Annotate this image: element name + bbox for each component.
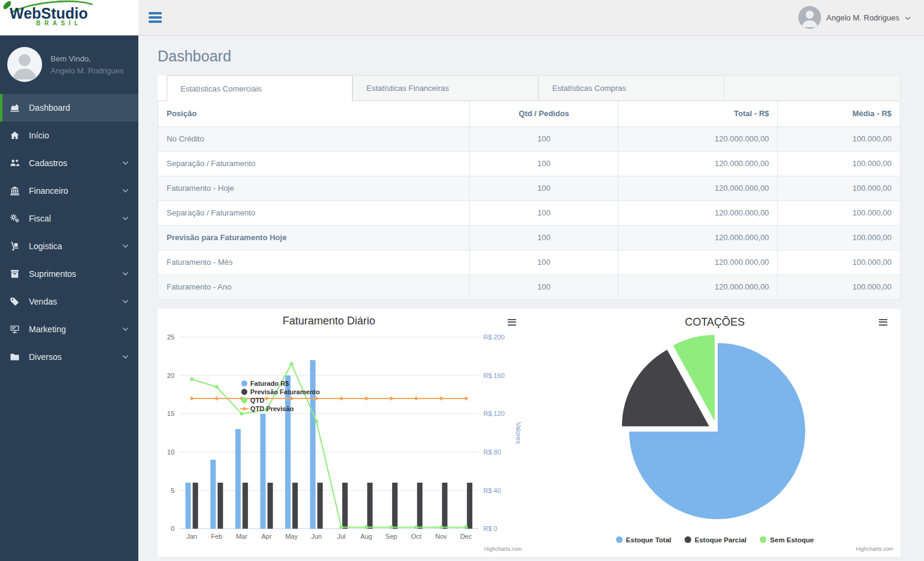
sidebar-item-label: Suprimentos: [29, 269, 122, 279]
chart-context-menu-icon[interactable]: [878, 318, 889, 329]
legend-dot-icon: [616, 536, 623, 543]
bar-1-9[interactable]: [417, 482, 422, 528]
bar-0-2[interactable]: [235, 429, 241, 528]
tab-filler: [724, 75, 901, 101]
bar-1-2[interactable]: [242, 482, 248, 528]
bar-1-5[interactable]: [318, 482, 323, 528]
tab-estatisticas-comerciais[interactable]: Estatísticas Comerciais: [167, 75, 353, 101]
bar-1-6[interactable]: [342, 482, 348, 528]
chevron-down-icon: [122, 327, 129, 332]
legend-item[interactable]: QTD Previsão: [240, 405, 294, 412]
bar-1-4[interactable]: [292, 482, 298, 528]
svg-text:QTD: QTD: [250, 397, 264, 404]
svg-text:R$ 80: R$ 80: [483, 448, 500, 455]
bar-0-5[interactable]: [310, 360, 315, 528]
svg-text:10: 10: [167, 448, 174, 455]
table-row: Faturamento - Ano100120.000.000,00100.00…: [158, 274, 901, 299]
bar-0-1[interactable]: [211, 459, 216, 528]
table-row: No Crédito100120.000.000,00100.000,00: [158, 126, 901, 151]
sidebar-item-label: Financeiro: [29, 186, 122, 196]
profile-user-name: Angelo M. Rodrigues: [51, 66, 123, 75]
svg-text:Sep: Sep: [386, 533, 398, 540]
sidebar-item-inicio[interactable]: Início: [0, 122, 138, 149]
chart-title: COTAÇÕES: [685, 315, 745, 328]
bar-0-3[interactable]: [260, 414, 266, 528]
sidebar-item-marketing[interactable]: Marketing: [0, 315, 138, 343]
cotacoes-chart-svg: COTAÇÕES: [529, 309, 901, 553]
legend-dot-icon: [685, 536, 691, 543]
menu-toggle-icon[interactable]: [149, 10, 162, 25]
stats-table: PosiçãoQtd / PedidosTotal - R$Média - R$…: [158, 101, 901, 300]
marketing-icon: [10, 324, 21, 334]
sidebar-item-fiscal[interactable]: Fiscal: [0, 205, 138, 232]
highcharts-credits[interactable]: Highcharts.com: [484, 546, 522, 552]
bar-0-0[interactable]: [185, 482, 191, 528]
legend-item[interactable]: QTD: [241, 397, 264, 404]
chevron-down-icon: [122, 161, 129, 166]
bar-1-1[interactable]: [218, 482, 223, 528]
svg-text:R$ 120: R$ 120: [483, 410, 504, 417]
legend-dot-icon: [760, 536, 766, 543]
sidebar-item-label: Marketing: [29, 324, 122, 334]
sidebar: Bem Vindo, Angelo M. Rodrigues Dashboard…: [0, 35, 138, 561]
svg-text:QTD Previsão: QTD Previsão: [250, 405, 294, 412]
page-title: Dashboard: [158, 48, 901, 65]
sidebar-item-financeiro[interactable]: Financeiro: [0, 177, 138, 205]
dashboard-icon: [10, 103, 21, 113]
faturamento-chart: 0R$ 05R$ 4010R$ 8015R$ 12020R$ 16025R$ 2…: [158, 309, 529, 557]
legend-item[interactable]: Estoque Total: [616, 536, 671, 544]
sidebar-item-vendas[interactable]: Vendas: [0, 288, 138, 315]
bar-1-8[interactable]: [392, 482, 398, 528]
chevron-down-icon: [122, 355, 129, 359]
cotacoes-chart: COTAÇÕES Estoque TotalEstoque ParcialSem…: [529, 309, 901, 557]
sidebar-menu: DashboardInícioCadastrosFinanceiroFiscal…: [0, 94, 138, 371]
legend-item[interactable]: Faturado R$: [241, 380, 289, 387]
column-header: Média - R$: [778, 101, 901, 126]
svg-text:Nov: Nov: [435, 533, 447, 540]
folder-icon: [10, 352, 21, 362]
svg-text:R$ 200: R$ 200: [483, 333, 504, 341]
gears-icon: [10, 214, 21, 223]
svg-text:Previsão Faturamento: Previsão Faturamento: [250, 388, 320, 395]
highcharts-credits[interactable]: Highcharts.com: [855, 546, 893, 552]
line-series: [192, 364, 466, 527]
bar-1-11[interactable]: [467, 482, 472, 528]
bar-1-0[interactable]: [192, 482, 198, 528]
legend-item[interactable]: Estoque Parcial: [685, 536, 747, 544]
logistics-icon: [10, 241, 21, 251]
chevron-down-icon: [122, 299, 129, 304]
table-row: Faturamento - Mês100120.000.000,00100.00…: [158, 250, 901, 274]
sidebar-item-suprimentos[interactable]: Suprimentos: [0, 260, 138, 288]
sidebar-item-label: Dashboard: [29, 103, 129, 113]
column-header: Qtd / Pedidos: [470, 101, 618, 126]
bar-1-3[interactable]: [268, 482, 273, 528]
top-header: WebStudio BRASIL Angelo M. Rodrigues: [0, 0, 924, 36]
sidebar-item-cadastros[interactable]: Cadastros: [0, 149, 138, 177]
legend-item[interactable]: Sem Estoque: [760, 536, 814, 544]
sidebar-item-label: Cadastros: [29, 158, 122, 168]
user-avatar-icon: [798, 6, 821, 29]
user-menu[interactable]: Angelo M. Rodrigues: [798, 6, 924, 29]
sidebar-item-label: Diversos: [29, 352, 122, 362]
bar-1-7[interactable]: [367, 482, 372, 528]
svg-text:Oct: Oct: [411, 533, 421, 540]
sidebar-item-dashboard[interactable]: Dashboard: [0, 94, 138, 122]
tabs: Estatísticas ComerciaisEstatísticas Fina…: [158, 75, 901, 101]
sidebar-item-logistica[interactable]: Logistica: [0, 232, 138, 260]
svg-text:Dec: Dec: [460, 533, 472, 540]
tab-estatisticas-financeiras[interactable]: Estatísticas Financeiras: [353, 75, 538, 101]
brand-logo[interactable]: WebStudio BRASIL: [0, 0, 138, 35]
tab-estatisticas-compras[interactable]: Estatísticas Compras: [538, 75, 724, 101]
sidebar-item-diversos[interactable]: Diversos: [0, 343, 138, 371]
svg-text:Jun: Jun: [311, 533, 322, 540]
bar-1-10[interactable]: [442, 482, 448, 528]
user-name: Angelo M. Rodrigues: [827, 13, 899, 22]
chevron-down-icon: [122, 244, 129, 249]
svg-text:Faturado R$: Faturado R$: [250, 380, 289, 387]
svg-text:Feb: Feb: [211, 533, 223, 540]
chart-context-menu-icon[interactable]: [507, 318, 517, 329]
legend-item[interactable]: Previsão Faturamento: [241, 388, 320, 395]
welcome-text: Bem Vindo,: [51, 54, 123, 63]
svg-text:Aug: Aug: [360, 533, 372, 540]
svg-text:May: May: [285, 533, 298, 540]
